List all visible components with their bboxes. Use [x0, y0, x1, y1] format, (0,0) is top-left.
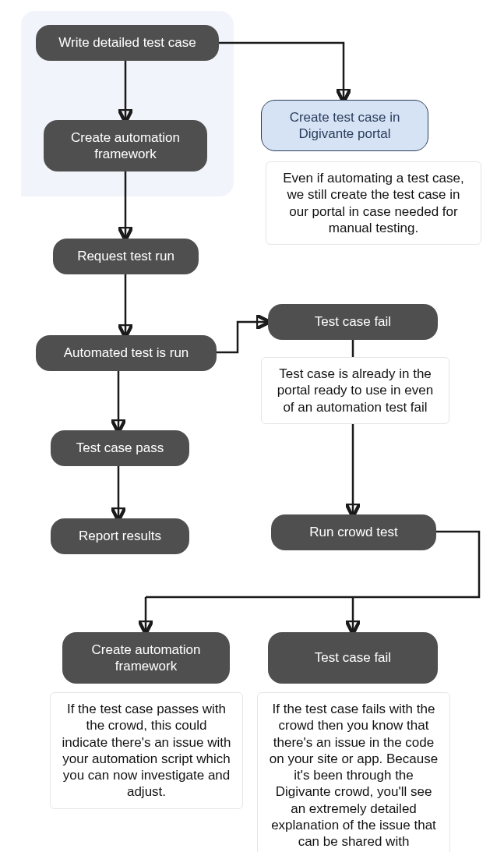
- node-label: Create automation framework: [75, 642, 217, 675]
- note-text: Test case is already in the portal ready…: [277, 366, 433, 415]
- note-text: If the test case passes with the crowd, …: [62, 702, 231, 799]
- node-create-framework-top: Create automation framework: [44, 120, 207, 171]
- node-automated-run: Automated test is run: [36, 335, 217, 371]
- node-label: Create test case in Digivante portal: [274, 109, 415, 143]
- note-text: If the test case fails with the crowd th…: [270, 702, 438, 852]
- node-label: Automated test is run: [64, 345, 189, 361]
- node-create-framework-bottom: Create automation framework: [62, 632, 230, 684]
- node-label: Test case fail: [315, 313, 391, 330]
- node-label: Create automation framework: [56, 129, 195, 163]
- flow-diagram: Write detailed test case Create automati…: [0, 0, 504, 852]
- note-pass-crowd: If the test case passes with the crowd, …: [50, 692, 243, 809]
- note-fail: Test case is already in the portal ready…: [261, 357, 449, 424]
- node-crowd-test: Run crowd test: [271, 514, 436, 550]
- node-request-run: Request test run: [53, 239, 199, 274]
- node-label: Report results: [79, 528, 161, 544]
- note-portal: Even if automating a test case, we still…: [266, 161, 481, 245]
- node-create-portal: Create test case in Digivante portal: [261, 100, 428, 151]
- node-report: Report results: [51, 518, 189, 554]
- node-label: Write detailed test case: [58, 34, 196, 51]
- node-label: Test case fail: [315, 649, 391, 666]
- node-write-test-case: Write detailed test case: [36, 25, 219, 61]
- node-fail-top: Test case fail: [268, 304, 438, 340]
- node-fail-bottom: Test case fail: [268, 632, 438, 684]
- note-text: Even if automating a test case, we still…: [283, 171, 463, 235]
- note-fail-crowd: If the test case fails with the crowd th…: [257, 692, 450, 852]
- node-label: Request test run: [77, 248, 174, 264]
- node-label: Test case pass: [76, 440, 164, 456]
- node-pass: Test case pass: [51, 430, 189, 466]
- node-label: Run crowd test: [309, 524, 397, 540]
